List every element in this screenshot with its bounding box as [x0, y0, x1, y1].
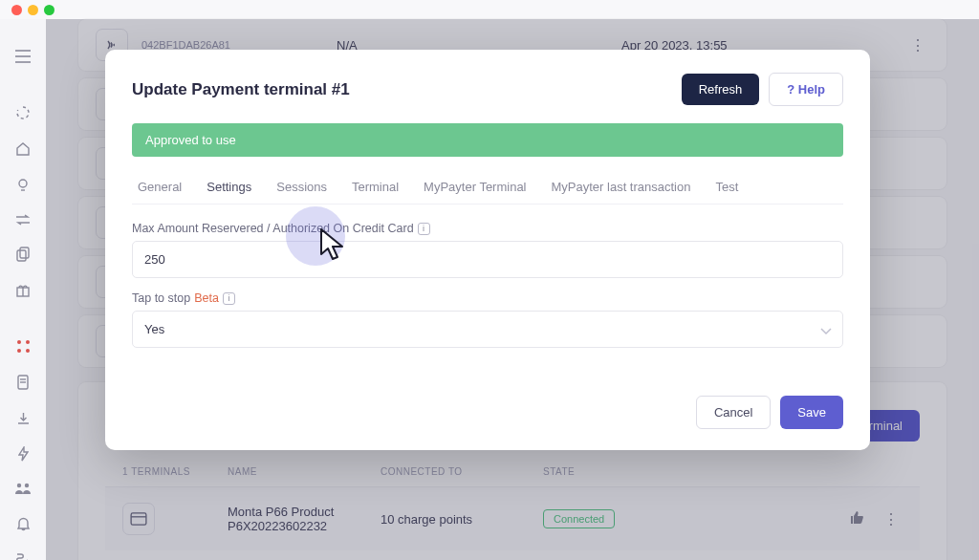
update-terminal-modal: Update Payment terminal #1 Refresh ? Hel… [105, 50, 870, 450]
status-banner: Approved to use [132, 123, 843, 157]
cancel-button[interactable]: Cancel [696, 396, 771, 429]
tab-settings[interactable]: Settings [205, 170, 253, 204]
info-icon[interactable]: i [223, 292, 235, 305]
transfer-icon[interactable] [14, 214, 32, 226]
help-button[interactable]: ? Help [769, 73, 843, 106]
window-close[interactable] [11, 5, 22, 15]
gift-icon[interactable] [14, 283, 32, 297]
svg-point-3 [19, 180, 27, 187]
bulb-icon[interactable] [14, 178, 32, 193]
svg-point-16 [17, 484, 21, 487]
svg-point-10 [26, 340, 30, 344]
help-label: Help [798, 82, 825, 97]
tabs: General Settings Sessions Terminal MyPay… [132, 170, 843, 205]
window-minimize[interactable] [28, 5, 38, 15]
download-icon[interactable] [14, 411, 32, 425]
tab-mypayter-terminal[interactable]: MyPayter Terminal [422, 170, 528, 204]
info-icon[interactable]: i [418, 223, 430, 235]
tab-mypayter-last-transaction[interactable]: MyPayter last transaction [550, 170, 693, 204]
tab-general[interactable]: General [136, 170, 184, 204]
svg-point-12 [26, 349, 30, 353]
grid-icon[interactable] [14, 339, 32, 354]
tab-sessions[interactable]: Sessions [274, 170, 329, 204]
svg-point-11 [17, 349, 21, 353]
refresh-button[interactable]: Refresh [682, 74, 760, 105]
window-maximize[interactable] [44, 5, 54, 15]
svg-point-9 [17, 340, 21, 344]
tap-to-stop-select[interactable]: Yes [132, 311, 843, 348]
home-icon[interactable] [14, 141, 32, 157]
users-icon[interactable] [14, 483, 32, 495]
svg-rect-6 [20, 248, 29, 258]
max-amount-label: Max Amount Reservered / Authorized On Cr… [132, 222, 843, 235]
menu-icon[interactable] [14, 50, 32, 63]
beta-badge: Beta [194, 291, 219, 305]
tab-terminal[interactable]: Terminal [350, 170, 401, 204]
route-icon[interactable] [14, 552, 32, 560]
copy-icon[interactable] [14, 247, 32, 262]
bolt-icon[interactable] [14, 446, 32, 462]
bell-icon[interactable] [14, 516, 32, 531]
tab-test[interactable]: Test [713, 170, 740, 204]
max-amount-input[interactable] [132, 241, 843, 278]
tap-to-stop-label: Tap to stop Beta i [132, 291, 843, 305]
document-icon[interactable] [14, 375, 32, 390]
sidebar [0, 19, 46, 560]
chevron-down-icon [820, 322, 832, 339]
svg-point-17 [25, 484, 29, 487]
svg-rect-5 [17, 250, 26, 261]
modal-title: Update Payment terminal #1 [132, 80, 350, 99]
loading-icon[interactable] [14, 105, 32, 120]
save-button[interactable]: Save [780, 396, 843, 429]
